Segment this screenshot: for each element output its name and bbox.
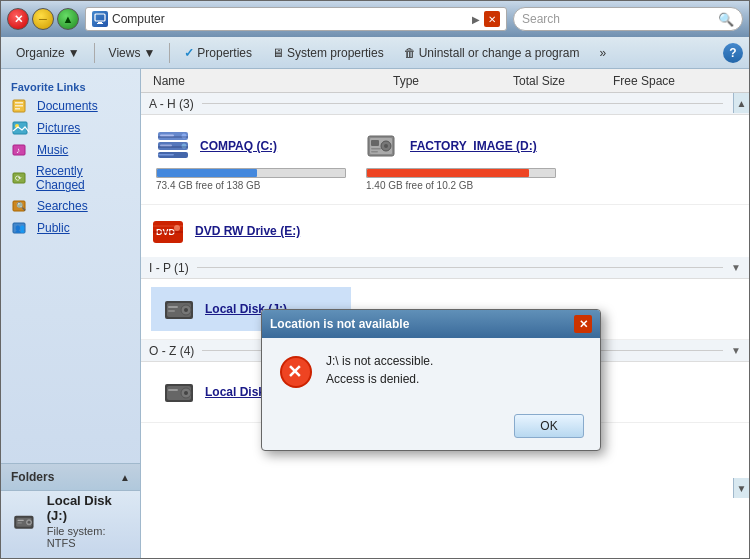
dialog-title: Location is not available [270, 317, 568, 331]
factory-d-free-text: 1.40 GB free of 10.2 GB [366, 180, 556, 191]
computer-icon [92, 11, 108, 27]
factory-d-bar-fill [367, 169, 529, 177]
sidebar-item-searches[interactable]: 🔍 Searches [1, 195, 140, 217]
scroll-up-button[interactable]: ▲ [733, 93, 749, 113]
drive-factory-d-header: FACTORY_IMAGE (D:) [366, 128, 556, 164]
svg-rect-2 [97, 23, 103, 24]
filesystem-label: File system: [47, 525, 106, 537]
help-button[interactable]: ? [723, 43, 743, 63]
address-text: Computer [112, 12, 468, 26]
svg-rect-42 [153, 231, 183, 233]
search-bar[interactable]: Search 🔍 [513, 7, 743, 31]
group-label-oz: O - Z (4) [149, 344, 194, 358]
dialog-close-button[interactable]: ✕ [574, 315, 592, 333]
system-properties-button[interactable]: 🖥 System properties [263, 41, 393, 65]
maximize-button[interactable]: ▲ [57, 8, 79, 30]
sidebar-item-music[interactable]: ♪ Music [1, 139, 140, 161]
svg-rect-32 [158, 154, 174, 156]
svg-rect-39 [371, 151, 378, 153]
svg-rect-35 [371, 140, 379, 146]
more-button[interactable]: » [590, 41, 615, 65]
svg-rect-49 [168, 306, 178, 308]
local-disk-status-icon [11, 507, 37, 535]
dvd-drive-e[interactable]: DVD DVD RW Drive (E:) [141, 205, 749, 257]
pictures-label: Pictures [37, 121, 80, 135]
error-icon: ✕ [278, 354, 314, 390]
views-label: Views [109, 46, 141, 60]
folder-status-detail: File system: NTFS [47, 525, 130, 549]
group-line-ip [197, 267, 723, 268]
dialog-messages: J:\ is not accessible. Access is denied. [326, 354, 433, 386]
views-arrow-icon: ▼ [143, 46, 155, 60]
address-clear-button[interactable]: ✕ [484, 11, 500, 27]
public-label: Public [37, 221, 70, 235]
organize-label: Organize [16, 46, 65, 60]
sidebar-item-recently-changed[interactable]: ⟳ Recently Changed [1, 161, 140, 195]
drive-row-ah: COMPAQ (C:) 73.4 GB free of 138 GB [141, 115, 749, 205]
group-arrow-ip[interactable]: ▼ [731, 262, 741, 273]
folders-label: Folders [11, 470, 54, 484]
close-button[interactable]: ✕ [7, 8, 29, 30]
sidebar-spacer [1, 239, 140, 463]
uninstall-button[interactable]: 🗑 Uninstall or change a program [395, 41, 589, 65]
dialog-footer: OK [262, 406, 600, 450]
drive-compaq-c[interactable]: COMPAQ (C:) 73.4 GB free of 138 GB [151, 123, 351, 196]
compaq-c-bar-container [156, 168, 346, 178]
dialog-titlebar: Location is not available ✕ [262, 310, 600, 338]
folders-section[interactable]: Folders ▲ [1, 463, 140, 490]
main-window: ✕ ─ ▲ Computer ▶ ✕ Search 🔍 Organize ▼ V… [0, 0, 750, 559]
minimize-button[interactable]: ─ [32, 8, 54, 30]
error-dialog: Location is not available ✕ ✕ J:\ is not… [261, 309, 601, 451]
dialog-ok-button[interactable]: OK [514, 414, 584, 438]
folder-status-info: Local Disk (J:) File system: NTFS [47, 493, 130, 549]
address-bar[interactable]: Computer ▶ ✕ [85, 7, 507, 31]
sidebar: Favorite Links Documents Pictures ♪ Musi… [1, 69, 141, 558]
properties-button[interactable]: ✓ Properties [175, 41, 261, 65]
dvd-e-icon: DVD [151, 213, 187, 249]
dialog-message-1: J:\ is not accessible. [326, 354, 433, 368]
svg-rect-0 [95, 14, 105, 21]
scroll-down-button[interactable]: ▼ [733, 478, 749, 498]
svg-text:🔍: 🔍 [16, 201, 26, 211]
sidebar-item-public[interactable]: 👥 Public [1, 217, 140, 239]
pictures-icon [11, 120, 31, 136]
views-button[interactable]: Views ▼ [100, 41, 165, 65]
folders-arrow-icon: ▲ [120, 472, 130, 483]
searches-label: Searches [37, 199, 88, 213]
folder-status-bar: Local Disk (J:) File system: NTFS [1, 490, 140, 550]
svg-text:⟳: ⟳ [15, 174, 22, 183]
drive-factory-d[interactable]: FACTORY_IMAGE (D:) 1.40 GB free of 10.2 … [361, 123, 561, 196]
search-icon[interactable]: 🔍 [718, 12, 734, 27]
group-line-ah [202, 103, 723, 104]
svg-rect-21 [17, 519, 23, 520]
organize-button[interactable]: Organize ▼ [7, 41, 89, 65]
sidebar-item-documents[interactable]: Documents [1, 95, 140, 117]
column-headers: Name Type Total Size Free Space [141, 69, 749, 93]
group-header-ah: A - H (3) ▼ [141, 93, 749, 115]
col-header-name[interactable]: Name [147, 74, 387, 88]
col-header-free-space[interactable]: Free Space [607, 74, 707, 88]
col-header-total-size[interactable]: Total Size [507, 74, 607, 88]
factory-d-bar-container [366, 168, 556, 178]
public-icon: 👥 [11, 220, 31, 236]
search-placeholder-text: Search [522, 12, 714, 26]
toolbar-separator-2 [169, 43, 170, 63]
system-properties-icon: 🖥 [272, 46, 284, 60]
music-icon: ♪ [11, 142, 31, 158]
dvd-e-name: DVD RW Drive (E:) [195, 224, 300, 238]
svg-point-37 [384, 144, 388, 148]
local-g-icon [161, 374, 197, 410]
main-area: Favorite Links Documents Pictures ♪ Musi… [1, 69, 749, 558]
folder-status-name: Local Disk (J:) [47, 493, 130, 523]
sidebar-section-title: Favorite Links [1, 77, 140, 95]
recently-changed-icon: ⟳ [11, 170, 30, 186]
col-header-type[interactable]: Type [387, 74, 507, 88]
sidebar-item-pictures[interactable]: Pictures [1, 117, 140, 139]
dialog-body: ✕ J:\ is not accessible. Access is denie… [262, 338, 600, 406]
group-arrow-oz[interactable]: ▼ [731, 345, 741, 356]
toolbar-separator-1 [94, 43, 95, 63]
svg-rect-31 [158, 146, 188, 148]
local-j-icon [161, 291, 197, 327]
properties-check-icon: ✓ [184, 46, 194, 60]
svg-rect-5 [15, 105, 23, 107]
